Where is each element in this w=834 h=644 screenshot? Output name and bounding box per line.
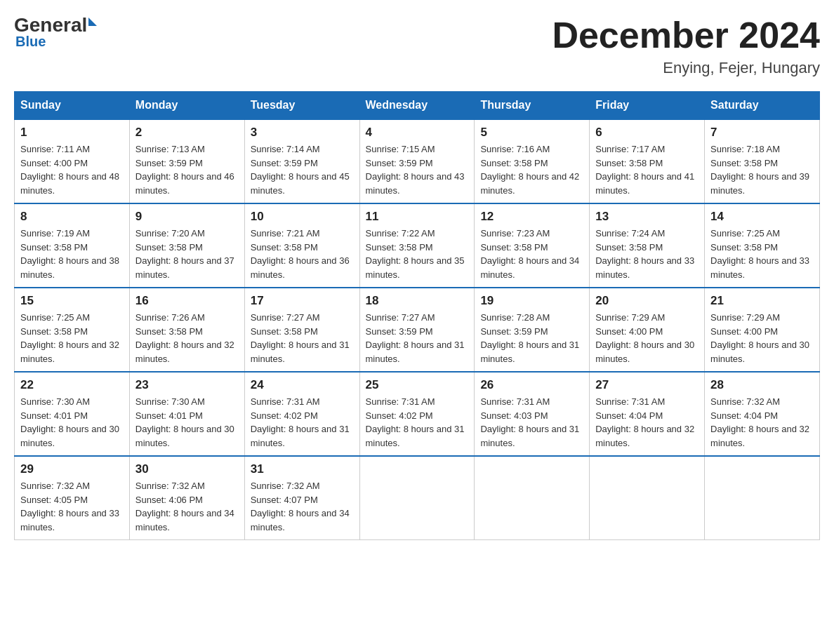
calendar-week-row: 1 Sunrise: 7:11 AMSunset: 4:00 PMDayligh… [15,119,820,203]
day-info: Sunrise: 7:32 AMSunset: 4:04 PMDaylight:… [710,396,809,448]
day-info: Sunrise: 7:31 AMSunset: 4:02 PMDaylight:… [251,396,350,448]
day-number: 27 [595,378,699,392]
day-info: Sunrise: 7:25 AMSunset: 3:58 PMDaylight:… [20,312,119,364]
logo-triangle-icon [88,18,97,26]
calendar-day-cell: 15 Sunrise: 7:25 AMSunset: 3:58 PMDaylig… [15,288,130,372]
day-info: Sunrise: 7:29 AMSunset: 4:00 PMDaylight:… [595,312,694,364]
calendar-day-cell: 3 Sunrise: 7:14 AMSunset: 3:59 PMDayligh… [244,119,359,203]
day-number: 21 [710,294,814,308]
day-number: 7 [710,126,814,140]
calendar-day-cell [475,456,590,540]
day-number: 30 [135,462,239,476]
day-number: 3 [251,126,354,140]
calendar-day-cell: 29 Sunrise: 7:32 AMSunset: 4:05 PMDaylig… [15,456,130,540]
calendar-day-cell: 28 Sunrise: 7:32 AMSunset: 4:04 PMDaylig… [705,372,820,456]
day-info: Sunrise: 7:16 AMSunset: 3:58 PMDaylight:… [480,144,579,196]
col-thursday: Thursday [475,92,590,120]
calendar-day-cell: 10 Sunrise: 7:21 AMSunset: 3:58 PMDaylig… [244,203,359,288]
day-info: Sunrise: 7:14 AMSunset: 3:59 PMDaylight:… [251,144,350,196]
calendar-day-cell: 1 Sunrise: 7:11 AMSunset: 4:00 PMDayligh… [15,119,130,203]
day-info: Sunrise: 7:19 AMSunset: 3:58 PMDaylight:… [20,228,119,280]
calendar-day-cell: 26 Sunrise: 7:31 AMSunset: 4:03 PMDaylig… [475,372,590,456]
col-saturday: Saturday [705,92,820,120]
logo-blue-text: Blue [14,34,97,50]
day-info: Sunrise: 7:17 AMSunset: 3:58 PMDaylight:… [595,144,694,196]
day-info: Sunrise: 7:20 AMSunset: 3:58 PMDaylight:… [135,228,234,280]
calendar-day-cell: 27 Sunrise: 7:31 AMSunset: 4:04 PMDaylig… [590,372,705,456]
day-info: Sunrise: 7:21 AMSunset: 3:58 PMDaylight:… [251,228,350,280]
day-number: 29 [20,462,124,476]
calendar-body: 1 Sunrise: 7:11 AMSunset: 4:00 PMDayligh… [15,119,820,540]
calendar-day-cell: 18 Sunrise: 7:27 AMSunset: 3:59 PMDaylig… [359,288,475,372]
calendar-day-cell: 17 Sunrise: 7:27 AMSunset: 3:58 PMDaylig… [244,288,359,372]
day-info: Sunrise: 7:28 AMSunset: 3:59 PMDaylight:… [480,312,579,364]
calendar-day-cell: 12 Sunrise: 7:23 AMSunset: 3:58 PMDaylig… [475,203,590,288]
day-number: 14 [710,210,814,224]
col-friday: Friday [590,92,705,120]
calendar-day-cell: 2 Sunrise: 7:13 AMSunset: 3:59 PMDayligh… [129,119,244,203]
calendar-week-row: 22 Sunrise: 7:30 AMSunset: 4:01 PMDaylig… [15,372,820,456]
calendar-day-cell: 24 Sunrise: 7:31 AMSunset: 4:02 PMDaylig… [244,372,359,456]
day-number: 11 [366,210,469,224]
day-info: Sunrise: 7:31 AMSunset: 4:04 PMDaylight:… [595,396,694,448]
calendar-day-cell: 19 Sunrise: 7:28 AMSunset: 3:59 PMDaylig… [475,288,590,372]
day-info: Sunrise: 7:27 AMSunset: 3:59 PMDaylight:… [366,312,465,364]
logo: General Blue [14,14,97,50]
day-info: Sunrise: 7:23 AMSunset: 3:58 PMDaylight:… [480,228,579,280]
day-number: 22 [20,378,124,392]
day-number: 18 [366,294,469,308]
calendar-day-cell: 6 Sunrise: 7:17 AMSunset: 3:58 PMDayligh… [590,119,705,203]
day-number: 16 [135,294,239,308]
calendar-day-cell [359,456,475,540]
day-info: Sunrise: 7:11 AMSunset: 4:00 PMDaylight:… [20,144,119,196]
day-number: 1 [20,126,124,140]
day-info: Sunrise: 7:32 AMSunset: 4:05 PMDaylight:… [20,481,119,532]
calendar-day-cell [705,456,820,540]
day-number: 31 [251,462,354,476]
day-info: Sunrise: 7:22 AMSunset: 3:58 PMDaylight:… [366,228,465,280]
day-info: Sunrise: 7:32 AMSunset: 4:06 PMDaylight:… [135,481,234,532]
calendar-day-cell: 20 Sunrise: 7:29 AMSunset: 4:00 PMDaylig… [590,288,705,372]
calendar-day-cell: 25 Sunrise: 7:31 AMSunset: 4:02 PMDaylig… [359,372,475,456]
day-info: Sunrise: 7:29 AMSunset: 4:00 PMDaylight:… [710,312,809,364]
day-info: Sunrise: 7:31 AMSunset: 4:02 PMDaylight:… [366,396,465,448]
calendar-header-row: Sunday Monday Tuesday Wednesday Thursday… [15,92,820,120]
calendar-day-cell: 30 Sunrise: 7:32 AMSunset: 4:06 PMDaylig… [129,456,244,540]
day-info: Sunrise: 7:25 AMSunset: 3:58 PMDaylight:… [710,228,809,280]
calendar-week-row: 8 Sunrise: 7:19 AMSunset: 3:58 PMDayligh… [15,203,820,288]
day-number: 5 [480,126,583,140]
day-info: Sunrise: 7:31 AMSunset: 4:03 PMDaylight:… [480,396,579,448]
day-number: 9 [135,210,239,224]
day-number: 26 [480,378,583,392]
calendar-day-cell: 4 Sunrise: 7:15 AMSunset: 3:59 PMDayligh… [359,119,475,203]
day-number: 8 [20,210,124,224]
day-info: Sunrise: 7:24 AMSunset: 3:58 PMDaylight:… [595,228,694,280]
calendar-day-cell: 16 Sunrise: 7:26 AMSunset: 3:58 PMDaylig… [129,288,244,372]
page-header: General Blue December 2024 Enying, Fejer… [14,14,820,77]
day-number: 23 [135,378,239,392]
day-number: 24 [251,378,354,392]
calendar-day-cell: 21 Sunrise: 7:29 AMSunset: 4:00 PMDaylig… [705,288,820,372]
day-number: 2 [135,126,239,140]
calendar-day-cell: 31 Sunrise: 7:32 AMSunset: 4:07 PMDaylig… [244,456,359,540]
calendar-week-row: 15 Sunrise: 7:25 AMSunset: 3:58 PMDaylig… [15,288,820,372]
day-number: 20 [595,294,699,308]
day-number: 25 [366,378,469,392]
calendar-day-cell: 11 Sunrise: 7:22 AMSunset: 3:58 PMDaylig… [359,203,475,288]
day-info: Sunrise: 7:15 AMSunset: 3:59 PMDaylight:… [366,144,465,196]
col-wednesday: Wednesday [359,92,475,120]
calendar-header: Sunday Monday Tuesday Wednesday Thursday… [15,92,820,120]
calendar-day-cell [590,456,705,540]
day-info: Sunrise: 7:13 AMSunset: 3:59 PMDaylight:… [135,144,234,196]
calendar-day-cell: 7 Sunrise: 7:18 AMSunset: 3:58 PMDayligh… [705,119,820,203]
calendar-day-cell: 9 Sunrise: 7:20 AMSunset: 3:58 PMDayligh… [129,203,244,288]
day-number: 6 [595,126,699,140]
day-number: 10 [251,210,354,224]
day-number: 15 [20,294,124,308]
day-info: Sunrise: 7:32 AMSunset: 4:07 PMDaylight:… [251,481,350,532]
day-info: Sunrise: 7:26 AMSunset: 3:58 PMDaylight:… [135,312,234,364]
col-monday: Monday [129,92,244,120]
calendar-day-cell: 23 Sunrise: 7:30 AMSunset: 4:01 PMDaylig… [129,372,244,456]
day-number: 19 [480,294,583,308]
calendar-day-cell: 14 Sunrise: 7:25 AMSunset: 3:58 PMDaylig… [705,203,820,288]
